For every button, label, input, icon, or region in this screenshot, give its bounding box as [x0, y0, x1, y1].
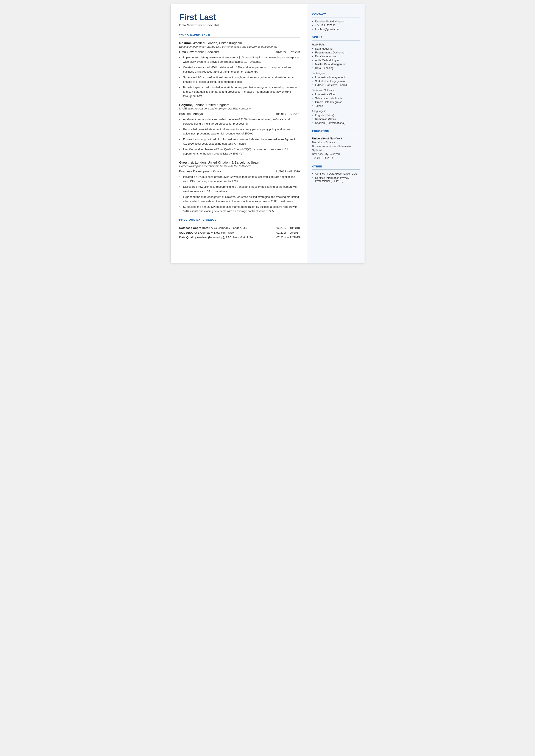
languages-label: Languages:	[312, 110, 360, 113]
other-heading: OTHER	[312, 165, 360, 168]
work-experience-heading: WORK EXPERIENCE	[179, 33, 300, 36]
hard-skills-label: Hard Skills:	[312, 43, 360, 46]
company-tagline-3: Career training and membership SaaS with…	[179, 164, 300, 168]
language-3: Spanish (Conversational)	[312, 122, 360, 125]
prev-role-2-title: SQL DBA, XYZ Company, New York, USA	[179, 231, 234, 234]
company-name-2: Polyhire, London, United Kingdom	[179, 103, 300, 107]
company-growthsi: Growthsi, London, United Kingdom & Barce…	[179, 160, 300, 213]
techniques-label: Techniques:	[312, 72, 360, 75]
bullet-list-1: Implemented data governance strategy for…	[179, 55, 300, 98]
prev-role-1-dates: 06/2017 – 10/2018	[276, 226, 300, 230]
job-title-2: Business Analyst	[179, 112, 204, 116]
education-heading: EDUCATION	[312, 130, 360, 133]
prev-role-3: Data Quality Analyst (Internship), ABC, …	[179, 236, 300, 239]
tool-1: Informatica Cloud	[312, 93, 360, 96]
right-column: CONTACT Dundee, United Kingdom +44 12345…	[307, 4, 365, 263]
left-column: First Last Data Governance Specialist WO…	[171, 4, 307, 263]
contact-phone: +44 1234567890	[312, 24, 360, 27]
edu-field: Business Analytics and Information Syste…	[312, 144, 360, 152]
techniques-list: Information Management Stakeholder Engag…	[312, 76, 360, 87]
bullet-2-3: Fostered annual growth within 17+ busine…	[179, 137, 300, 146]
prev-role-3-dates: 07/2014 – 12/2015	[276, 236, 300, 239]
work-experience-section: WORK EXPERIENCE Resume Worded, London, U…	[179, 33, 300, 213]
company-location-1: London, United Kingdom	[206, 41, 242, 45]
skills-section: SKILLS Hard Skills: Data Modeling Requir…	[312, 36, 360, 125]
other-divider	[312, 169, 360, 170]
skills-heading: SKILLS	[312, 36, 360, 39]
technique-2: Stakeholder Engagement	[312, 80, 360, 83]
language-2: Romanian (Native)	[312, 118, 360, 121]
hard-skill-2: Requirements Gathering	[312, 51, 360, 54]
company-tagline-2: NYSE-listed recruitment and employer bra…	[179, 107, 300, 110]
job-dates-1: 01/2022 – Present	[276, 50, 300, 54]
edu-location: New York City, New York	[312, 152, 360, 156]
previous-experience-section: PREVIOUS EXPERIENCE Database Coordinator…	[179, 218, 300, 239]
tool-4: Talend	[312, 104, 360, 107]
job-title-3: Business Development Officer	[179, 169, 223, 173]
job-title-row-1: Data Governance Specialist 01/2022 – Pre…	[179, 50, 300, 54]
company-name-1: Resume Worded, London, United Kingdom	[179, 41, 300, 45]
prev-role-2-bold: SQL DBA,	[179, 231, 193, 234]
bullet-2-4: Identified and implemented Total Quality…	[179, 147, 300, 156]
hard-skills-list: Data Modeling Requirements Gathering Dat…	[312, 47, 360, 70]
other-item-2: Certified Information Privacy Profession…	[312, 177, 360, 182]
bullet-3-3: Expanded the market segment of Growthsi …	[179, 195, 300, 204]
technique-1: Information Management	[312, 76, 360, 79]
hard-skill-5: Master Data Management	[312, 63, 360, 66]
prev-role-1-title: Database Coordinator, ABC Company, Londo…	[179, 226, 247, 230]
other-section: OTHER Certified in Data Governance (CDG)…	[312, 165, 360, 182]
job-title-1: Data Governance Specialist	[179, 50, 219, 54]
edu-degree: Bachelor of Science	[312, 141, 360, 144]
tools-label: Tools and Software:	[312, 89, 360, 92]
language-1: English (Native)	[312, 114, 360, 117]
previous-experience-heading: PREVIOUS EXPERIENCE	[179, 218, 300, 221]
hard-skill-3: Data Warehousing	[312, 55, 360, 58]
prev-role-3-rest: ABC, New York, USA	[225, 236, 253, 239]
hard-skill-6: Data Cleansing	[312, 67, 360, 70]
candidate-name: First Last	[179, 13, 300, 22]
prev-role-1: Database Coordinator, ABC Company, Londo…	[179, 226, 300, 230]
bullet-3-2: Discovered new clients by researching ke…	[179, 185, 300, 193]
contact-divider	[312, 17, 360, 17]
other-list: Certified in Data Governance (CDG) Certi…	[312, 172, 360, 182]
bullet-1-2: Created a centralized MDM database with …	[179, 65, 300, 74]
company-bold-1: Resume Worded,	[179, 41, 206, 45]
prev-role-2-rest: XYZ Company, New York, USA	[193, 231, 234, 234]
job-title-row-3: Business Development Officer 11/2018 – 0…	[179, 169, 300, 173]
bullet-list-2: Analyzed company data and aided the sale…	[179, 117, 300, 156]
company-bold-2: Polyhire,	[179, 103, 193, 107]
bullet-2-1: Analyzed company data and aided the sale…	[179, 117, 300, 126]
edu-school: University of New York	[312, 137, 360, 140]
bullet-3-4: Surpassed the annual KPI goal of 85% mar…	[179, 205, 300, 213]
job-title-row-2: Business Analyst 10/2019 – 12/2021	[179, 112, 300, 116]
bullet-2-2: Reconciled financial statement differenc…	[179, 127, 300, 136]
company-tagline-1: Education technology startup with 50+ em…	[179, 45, 300, 48]
prev-role-1-bold: Database Coordinator,	[179, 226, 210, 230]
education-section: EDUCATION University of New York Bachelo…	[312, 130, 360, 160]
company-location-2: London, United Kingdom	[193, 103, 229, 107]
contact-list: Dundee, United Kingdom +44 1234567890 fi…	[312, 20, 360, 31]
other-item-1: Certified in Data Governance (CDG)	[312, 172, 360, 175]
company-polyhire: Polyhire, London, United Kingdom NYSE-li…	[179, 103, 300, 156]
prev-role-1-rest: ABC Company, London, UK	[210, 226, 247, 230]
tools-list: Informatica Cloud Salesforce Data Loader…	[312, 93, 360, 107]
company-location-3: London, United Kingdom & Barcelona, Spai…	[194, 160, 259, 164]
job-dates-2: 10/2019 – 12/2021	[276, 112, 300, 116]
prev-role-2-dates: 01/2016 – 05/2017	[276, 231, 300, 234]
edu-dates: 10/2011 - 06/2014	[312, 156, 360, 160]
bullet-1-4: Provided specialized knowledge in attrib…	[179, 85, 300, 98]
contact-email: first.last@gmail.com	[312, 28, 360, 31]
prev-role-3-bold: Data Quality Analyst (Internship),	[179, 236, 225, 239]
bullet-list-3: Initiated a 48% business growth over 32 …	[179, 175, 300, 213]
tool-3: Oracle Data Integrator	[312, 101, 360, 104]
contact-heading: CONTACT	[312, 13, 360, 16]
company-bold-3: Growthsi,	[179, 160, 194, 164]
company-name-3: Growthsi, London, United Kingdom & Barce…	[179, 160, 300, 164]
contact-address: Dundee, United Kingdom	[312, 20, 360, 23]
prev-role-3-title: Data Quality Analyst (Internship), ABC, …	[179, 236, 253, 239]
bullet-1-3: Supervised 20+ cross-functional teams th…	[179, 75, 300, 84]
prev-role-2: SQL DBA, XYZ Company, New York, USA 01/2…	[179, 231, 300, 234]
edu-block: University of New York Bachelor of Scien…	[312, 137, 360, 160]
bullet-1-1: Implemented data governance strategy for…	[179, 55, 300, 64]
contact-section: CONTACT Dundee, United Kingdom +44 12345…	[312, 13, 360, 31]
